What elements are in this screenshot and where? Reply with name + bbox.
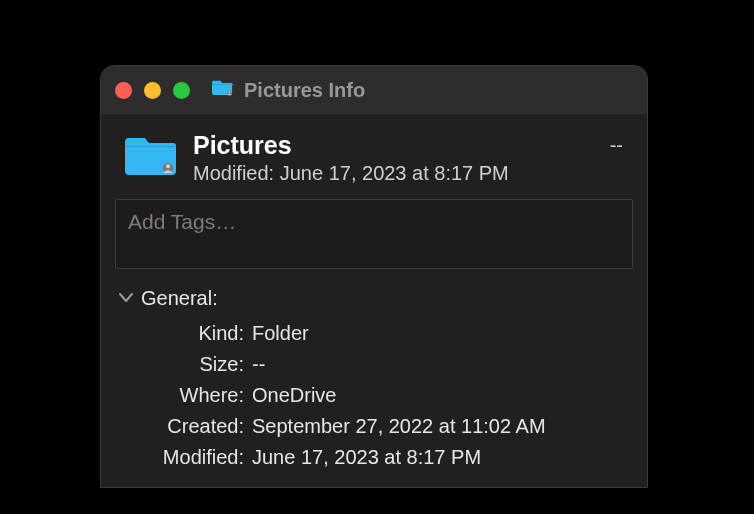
modified-value: June 17, 2023 at 8:17 PM bbox=[252, 442, 481, 473]
row-modified: Modified: June 17, 2023 at 8:17 PM bbox=[149, 442, 629, 473]
general-rows: Kind: Folder Size: -- Where: OneDrive Cr… bbox=[119, 318, 629, 473]
item-name: Pictures bbox=[193, 132, 594, 160]
modified-value: June 17, 2023 at 8:17 PM bbox=[280, 162, 509, 184]
folder-icon bbox=[125, 132, 177, 182]
svg-point-3 bbox=[166, 164, 170, 168]
where-value: OneDrive bbox=[252, 380, 336, 411]
size-value: -- bbox=[252, 349, 265, 380]
kind-value: Folder bbox=[252, 318, 309, 349]
tags-input[interactable] bbox=[115, 199, 633, 269]
summary-row: Pictures Modified: June 17, 2023 at 8:17… bbox=[101, 114, 647, 199]
modified-label: Modified: bbox=[193, 162, 274, 184]
created-value: September 27, 2022 at 11:02 AM bbox=[252, 411, 546, 442]
folder-icon bbox=[212, 78, 234, 102]
summary-modified: Modified: June 17, 2023 at 8:17 PM bbox=[193, 162, 594, 185]
zoom-button[interactable] bbox=[173, 82, 190, 99]
row-created: Created: September 27, 2022 at 11:02 AM bbox=[149, 411, 629, 442]
general-disclosure[interactable]: General: bbox=[119, 287, 629, 310]
chevron-down-icon bbox=[119, 293, 133, 303]
info-window: Pictures Info Pictures Modified: June 17… bbox=[100, 65, 648, 488]
minimize-button[interactable] bbox=[144, 82, 161, 99]
where-label: Where: bbox=[149, 380, 244, 411]
created-label: Created: bbox=[149, 411, 244, 442]
titlebar[interactable]: Pictures Info bbox=[101, 66, 647, 114]
row-where: Where: OneDrive bbox=[149, 380, 629, 411]
summary-size: -- bbox=[610, 134, 623, 157]
general-section: General: Kind: Folder Size: -- Where: On… bbox=[101, 281, 647, 487]
size-label: Size: bbox=[149, 349, 244, 380]
summary-text-group: Pictures Modified: June 17, 2023 at 8:17… bbox=[193, 132, 594, 185]
kind-label: Kind: bbox=[149, 318, 244, 349]
window-title: Pictures Info bbox=[244, 79, 365, 102]
svg-point-1 bbox=[229, 91, 231, 93]
general-title: General: bbox=[141, 287, 218, 310]
tags-section bbox=[101, 199, 647, 281]
row-kind: Kind: Folder bbox=[149, 318, 629, 349]
close-button[interactable] bbox=[115, 82, 132, 99]
row-size: Size: -- bbox=[149, 349, 629, 380]
titlebar-title-group: Pictures Info bbox=[212, 78, 365, 102]
modified-label: Modified: bbox=[149, 442, 244, 473]
window-controls bbox=[115, 82, 190, 99]
